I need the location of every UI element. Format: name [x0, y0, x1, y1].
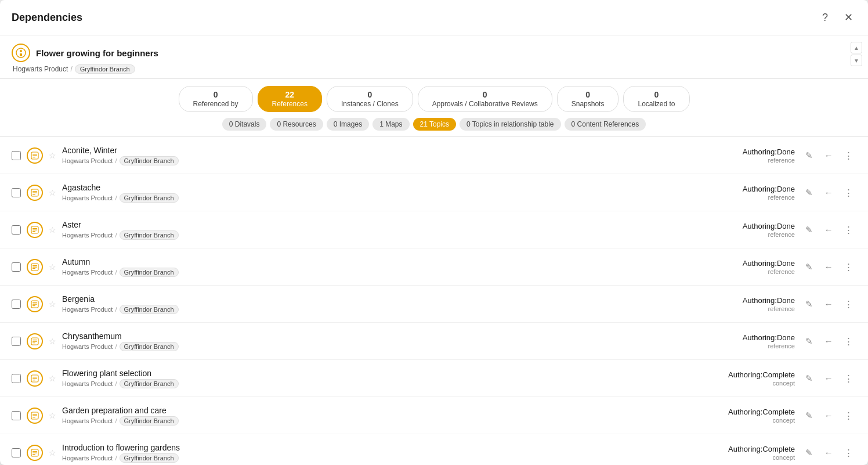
item-back-button-8[interactable]: ← [820, 445, 837, 461]
item-icon-5 [27, 333, 43, 349]
item-more-button-4[interactable]: ⋮ [840, 296, 856, 312]
item-back-button-2[interactable]: ← [820, 222, 837, 238]
scroll-up-button[interactable]: ▲ [851, 42, 862, 53]
sub-tab-images[interactable]: 0 Images [327, 118, 369, 131]
item-product-1: Hogwarts Product [62, 194, 113, 201]
item-star-0[interactable]: ☆ [49, 151, 56, 160]
item-edit-button-0[interactable]: ✎ [801, 147, 817, 164]
item-status-type-5: reference [719, 343, 795, 349]
item-checkbox-5[interactable] [12, 337, 21, 346]
item-star-4[interactable]: ☆ [49, 300, 56, 309]
main-tab-snapshots[interactable]: 0 Snapshots [557, 86, 619, 112]
topic-header: Flower growing for beginners Hogwarts Pr… [0, 35, 868, 79]
item-breadcrumb-1: Hogwarts Product / Gryffindor Branch [62, 193, 714, 203]
item-checkbox-1[interactable] [12, 188, 21, 197]
item-edit-button-4[interactable]: ✎ [801, 296, 817, 312]
item-status-2: Authoring:Done reference [719, 222, 795, 238]
sub-tab-topics[interactable]: 21 Topics [413, 118, 456, 131]
main-tab-instances_clones[interactable]: 0 Instances / Clones [327, 86, 413, 112]
svg-point-1 [20, 50, 22, 52]
item-product-3: Hogwarts Product [62, 269, 113, 276]
item-back-button-4[interactable]: ← [820, 296, 837, 312]
item-edit-button-1[interactable]: ✎ [801, 185, 817, 201]
item-branch-8: Gryffindor Branch [120, 453, 179, 463]
svg-rect-38 [32, 454, 35, 455]
tab-count-localized_to: 0 [654, 90, 659, 99]
item-more-button-0[interactable]: ⋮ [840, 147, 856, 164]
item-back-button-3[interactable]: ← [820, 259, 837, 275]
item-checkbox-7[interactable] [12, 411, 21, 420]
sub-tab-ditavals[interactable]: 0 Ditavals [222, 118, 267, 131]
main-tab-references[interactable]: 22 References [258, 86, 322, 112]
item-star-2[interactable]: ☆ [49, 225, 56, 235]
item-info-7: Garden preparation and care Hogwarts Pro… [62, 406, 714, 426]
svg-rect-18 [32, 268, 35, 269]
list-item: ☆ Introduction to flowering gardens Hogw… [0, 434, 868, 465]
sub-tab-content_references[interactable]: 0 Content References [565, 118, 646, 131]
item-checkbox-4[interactable] [12, 300, 21, 309]
svg-rect-30 [32, 380, 35, 380]
item-edit-button-8[interactable]: ✎ [801, 445, 817, 461]
item-edit-button-6[interactable]: ✎ [801, 370, 817, 387]
item-star-7[interactable]: ☆ [49, 411, 56, 420]
svg-rect-16 [32, 265, 37, 266]
item-actions-0: ✎ ← ⋮ [801, 147, 856, 164]
item-checkbox-0[interactable] [12, 151, 21, 160]
item-more-button-5[interactable]: ⋮ [840, 333, 856, 349]
item-back-button-1[interactable]: ← [820, 185, 837, 201]
item-star-1[interactable]: ☆ [49, 188, 56, 197]
item-sep-5: / [115, 343, 117, 350]
item-more-button-3[interactable]: ⋮ [840, 259, 856, 275]
item-checkbox-3[interactable] [12, 262, 21, 272]
item-star-3[interactable]: ☆ [49, 262, 56, 272]
item-info-6: Flowering plant selection Hogwarts Produ… [62, 369, 714, 388]
item-edit-button-5[interactable]: ✎ [801, 333, 817, 349]
item-checkbox-6[interactable] [12, 374, 21, 383]
tab-count-approvals: 0 [483, 90, 487, 99]
svg-rect-21 [32, 304, 37, 304]
topic-icon [12, 44, 30, 62]
item-status-type-8: concept [719, 454, 795, 461]
main-tabs: 0 Referenced by 22 References 0 Instance… [176, 86, 692, 112]
item-back-button-7[interactable]: ← [820, 408, 837, 424]
item-edit-button-3[interactable]: ✎ [801, 259, 817, 275]
item-star-8[interactable]: ☆ [49, 448, 56, 457]
item-edit-button-2[interactable]: ✎ [801, 222, 817, 238]
item-checkbox-2[interactable] [12, 225, 21, 235]
item-back-button-0[interactable]: ← [820, 147, 837, 164]
scroll-down-button[interactable]: ▼ [851, 55, 862, 66]
item-more-button-7[interactable]: ⋮ [840, 408, 856, 424]
main-tab-localized_to[interactable]: 0 Localized to [623, 86, 689, 112]
item-more-button-1[interactable]: ⋮ [840, 185, 856, 201]
item-edit-button-7[interactable]: ✎ [801, 408, 817, 424]
sub-tab-relationship_table[interactable]: 0 Topics in relationship table [460, 118, 561, 131]
item-checkbox-8[interactable] [12, 448, 21, 457]
item-name-5: Chrysanthemum [62, 331, 714, 341]
item-status-0: Authoring:Done reference [719, 147, 795, 164]
item-info-5: Chrysanthemum Hogwarts Product / Gryffin… [62, 331, 714, 351]
item-star-5[interactable]: ☆ [49, 337, 56, 346]
item-star-6[interactable]: ☆ [49, 374, 56, 383]
sub-tab-maps[interactable]: 1 Maps [372, 118, 409, 131]
close-button[interactable]: ✕ [840, 9, 856, 26]
item-more-button-2[interactable]: ⋮ [840, 222, 856, 238]
item-product-8: Hogwarts Product [62, 455, 113, 462]
help-button[interactable]: ? [817, 9, 833, 26]
item-more-button-8[interactable]: ⋮ [840, 445, 856, 461]
item-status-8: Authoring:Complete concept [719, 445, 795, 461]
main-tab-approvals[interactable]: 0 Approvals / Collaborative Reviews [418, 86, 552, 112]
item-more-button-6[interactable]: ⋮ [840, 370, 856, 387]
svg-rect-9 [32, 192, 37, 193]
item-icon-8 [27, 445, 43, 461]
item-back-button-6[interactable]: ← [820, 370, 837, 387]
svg-rect-26 [32, 343, 35, 343]
sub-tab-resources[interactable]: 0 Resources [270, 118, 323, 131]
main-tab-referenced_by[interactable]: 0 Referenced by [179, 86, 253, 112]
svg-rect-22 [32, 305, 35, 306]
svg-rect-14 [32, 231, 35, 232]
list-item: ☆ Autumn Hogwarts Product / Gryffindor B… [0, 248, 868, 286]
item-back-button-5[interactable]: ← [820, 333, 837, 349]
item-icon-3 [27, 259, 43, 275]
item-breadcrumb-4: Hogwarts Product / Gryffindor Branch [62, 305, 714, 314]
tab-label-references: References [272, 100, 308, 108]
